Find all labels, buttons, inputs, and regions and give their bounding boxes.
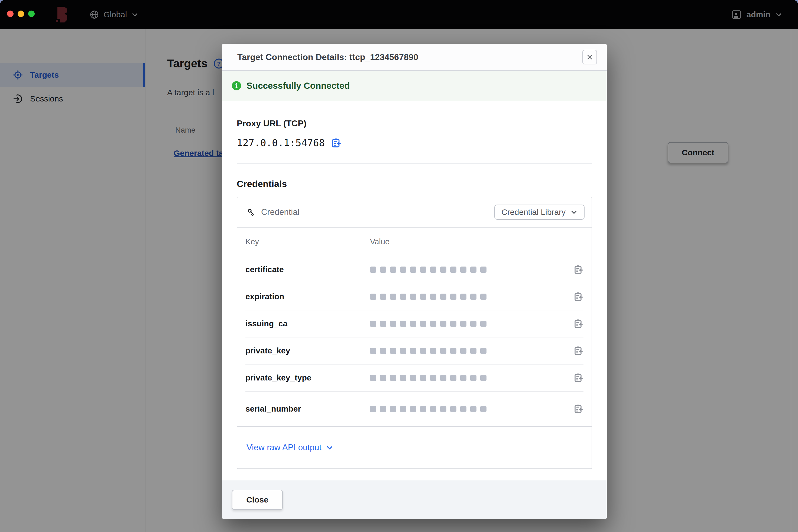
credential-row: certificate xyxy=(246,256,583,283)
info-icon: i xyxy=(232,81,241,90)
maximize-window-icon[interactable] xyxy=(28,11,35,17)
dialog-body: Proxy URL (TCP) 127.0.0.1:54768 Credenti… xyxy=(222,101,607,480)
app-window: Global admin xyxy=(0,0,798,532)
proxy-url-label: Proxy URL (TCP) xyxy=(237,118,592,129)
column-header-key: Key xyxy=(246,237,370,246)
credentials-heading: Credentials xyxy=(237,178,592,189)
credential-key: serial_number xyxy=(246,404,370,414)
credential-table: Key Value certificate expirati xyxy=(237,228,592,426)
clipboard-copy-icon[interactable] xyxy=(574,292,583,301)
masked-value xyxy=(370,348,487,354)
credential-library-dropdown[interactable]: Credential Library xyxy=(494,205,584,220)
success-banner-text: Successfully Connected xyxy=(247,81,350,91)
clipboard-copy-icon[interactable] xyxy=(331,138,342,148)
chevron-down-icon xyxy=(326,444,333,451)
window-controls xyxy=(7,11,35,17)
credential-row: serial_number xyxy=(246,392,583,426)
target-connection-dialog: Target Connection Details: ttcp_12345678… xyxy=(222,44,607,519)
column-header-value: Value xyxy=(370,237,389,246)
success-banner: i Successfully Connected xyxy=(222,71,607,101)
view-raw-api-output-toggle[interactable]: View raw API output xyxy=(237,426,592,469)
key-icon xyxy=(247,208,256,217)
masked-value xyxy=(370,406,487,412)
masked-value xyxy=(370,375,487,381)
credential-row: expiration xyxy=(246,283,583,310)
credential-key: expiration xyxy=(246,292,370,301)
clipboard-copy-icon[interactable] xyxy=(574,373,583,383)
dialog-header: Target Connection Details: ttcp_12345678… xyxy=(222,44,607,71)
credential-row: issuing_ca xyxy=(246,310,583,338)
screen: Global admin xyxy=(0,0,798,532)
credential-key: private_key_type xyxy=(246,373,370,382)
minimize-window-icon[interactable] xyxy=(18,11,24,17)
credential-panel-header: Credential Credential Library xyxy=(237,197,592,228)
close-x-icon[interactable] xyxy=(582,50,597,64)
clipboard-copy-icon[interactable] xyxy=(574,346,583,356)
masked-value xyxy=(370,267,487,273)
chevron-down-icon xyxy=(570,209,578,216)
clipboard-copy-icon[interactable] xyxy=(574,404,583,414)
dialog-footer: Close xyxy=(222,480,607,519)
credential-row: private_key_type xyxy=(246,364,583,392)
close-window-icon[interactable] xyxy=(7,11,14,17)
clipboard-copy-icon[interactable] xyxy=(574,319,583,328)
view-raw-api-output-label: View raw API output xyxy=(247,443,322,453)
dialog-title: Target Connection Details: ttcp_12345678… xyxy=(237,52,418,62)
proxy-url-value: 127.0.0.1:54768 xyxy=(237,137,325,148)
credential-source-label: Credential xyxy=(261,207,299,217)
credential-key: private_key xyxy=(246,346,370,355)
credential-panel: Credential Credential Library Key Value xyxy=(237,197,592,469)
masked-value xyxy=(370,293,487,300)
credential-key: issuing_ca xyxy=(246,319,370,328)
masked-value xyxy=(370,321,487,327)
credential-row: private_key xyxy=(246,338,583,364)
close-button[interactable]: Close xyxy=(232,490,283,510)
credential-library-label: Credential Library xyxy=(502,208,566,217)
divider xyxy=(237,164,592,164)
clipboard-copy-icon[interactable] xyxy=(574,265,583,274)
credential-key: certificate xyxy=(246,265,370,274)
